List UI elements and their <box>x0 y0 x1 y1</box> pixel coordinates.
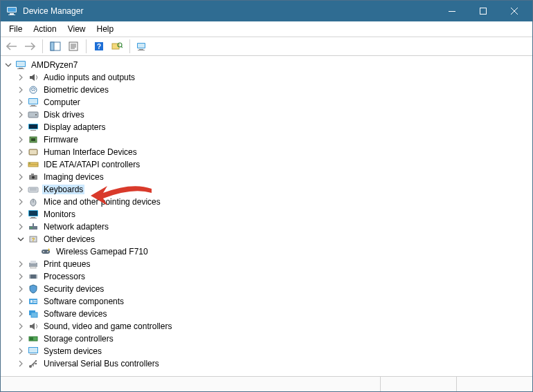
properties-button[interactable] <box>65 39 82 54</box>
tree-category[interactable]: System devices <box>16 345 532 357</box>
tree-category-label: Software devices <box>42 309 108 319</box>
chevron-right-icon[interactable] <box>16 172 26 182</box>
svg-rect-83 <box>29 348 37 353</box>
chevron-right-icon[interactable] <box>16 147 26 157</box>
tree-category-label: Network adapters <box>42 222 110 232</box>
tree-category-label: Audio inputs and outputs <box>42 73 136 82</box>
tree-category[interactable]: Network adapters <box>16 221 532 233</box>
tree-category[interactable]: Mice and other pointing devices <box>16 196 532 208</box>
tree-category-label: Software components <box>42 297 125 306</box>
status-cell <box>1 377 380 391</box>
tree-category-label: Security devices <box>42 284 105 294</box>
chevron-right-icon[interactable] <box>16 185 26 194</box>
close-button[interactable] <box>498 1 530 21</box>
status-cell <box>380 377 456 391</box>
svg-rect-3 <box>8 15 15 15</box>
tree-category[interactable]: Monitors <box>16 208 532 221</box>
tree-category[interactable]: Processors <box>16 270 532 283</box>
svg-rect-24 <box>19 68 23 68</box>
category-icon <box>27 296 39 307</box>
chevron-right-icon[interactable] <box>16 135 26 144</box>
category-icon <box>27 308 39 319</box>
tree-category[interactable]: Software components <box>16 295 532 308</box>
category-icon <box>27 122 39 133</box>
chevron-right-icon[interactable] <box>16 259 26 269</box>
window: Device Manager File Action View Help ? <box>0 0 533 392</box>
chevron-right-icon[interactable] <box>16 85 26 95</box>
tree-category-label: Mice and other pointing devices <box>42 197 162 207</box>
tree-category[interactable]: Print queues <box>16 258 532 270</box>
chevron-right-icon[interactable] <box>16 272 26 281</box>
svg-point-58 <box>31 227 33 229</box>
chevron-right-icon[interactable] <box>16 197 26 207</box>
chevron-right-icon[interactable] <box>16 359 26 368</box>
chevron-right-icon[interactable] <box>16 222 26 232</box>
tree-category[interactable]: Disk drives <box>16 109 532 121</box>
tree-root[interactable]: AMDRyzen7 <box>3 59 532 71</box>
svg-rect-74 <box>29 299 37 304</box>
svg-rect-39 <box>30 150 37 154</box>
chevron-right-icon[interactable] <box>16 73 26 82</box>
maximize-button[interactable] <box>467 1 498 21</box>
svg-rect-7 <box>51 42 54 50</box>
svg-rect-35 <box>30 130 36 131</box>
category-icon <box>27 184 39 195</box>
toolbar: ? <box>1 37 532 56</box>
scan-hardware-button[interactable] <box>109 39 125 54</box>
help-button[interactable]: ? <box>91 39 107 54</box>
svg-rect-25 <box>17 68 24 69</box>
chevron-right-icon[interactable] <box>16 346 26 356</box>
tree-category[interactable]: Human Interface Devices <box>16 146 532 158</box>
chevron-down-icon[interactable] <box>3 60 13 70</box>
chevron-right-icon[interactable] <box>16 97 26 107</box>
chevron-right-icon[interactable] <box>16 297 26 306</box>
tree-device[interactable]: Wireless Gamepad F710 <box>28 245 532 258</box>
tree-category[interactable]: Software devices <box>16 308 532 320</box>
show-hide-console-tree-button[interactable] <box>47 39 64 54</box>
tree-category[interactable]: Computer <box>16 96 532 109</box>
tree-category[interactable]: Sound, video and game controllers <box>16 320 532 333</box>
chevron-right-icon[interactable] <box>16 160 26 169</box>
tree-category-label: System devices <box>42 346 103 356</box>
menu-help[interactable]: Help <box>91 23 120 35</box>
tree-category[interactable]: Display adapters <box>16 121 532 133</box>
tree-category[interactable]: Biometric devices <box>16 84 532 96</box>
tree-category[interactable]: Universal Serial Bus controllers <box>16 357 532 370</box>
tree-category[interactable]: Security devices <box>16 283 532 295</box>
chevron-right-icon[interactable] <box>16 309 26 319</box>
chevron-right-icon[interactable] <box>16 284 26 294</box>
tree-category-label: Other devices <box>42 234 96 244</box>
chevron-right-icon[interactable] <box>16 122 26 132</box>
menu-view[interactable]: View <box>62 23 91 35</box>
svg-rect-56 <box>33 223 34 226</box>
tree-category-label: Imaging devices <box>42 172 105 182</box>
category-icon <box>27 147 39 158</box>
menu-file[interactable]: File <box>3 23 28 35</box>
svg-rect-21 <box>138 50 145 50</box>
minimize-button[interactable] <box>436 1 467 21</box>
svg-point-44 <box>32 176 35 179</box>
tree-category[interactable]: Audio inputs and outputs <box>16 71 532 84</box>
chevron-right-icon[interactable] <box>16 209 26 219</box>
chevron-down-icon[interactable] <box>16 234 26 244</box>
tree-category[interactable]: Firmware <box>16 133 532 146</box>
category-icon <box>27 333 39 344</box>
tree-category[interactable]: Imaging devices <box>16 171 532 183</box>
svg-rect-65 <box>30 261 36 263</box>
content-area: AMDRyzen7 Audio inputs and outputsBiomet… <box>1 56 532 376</box>
chevron-right-icon[interactable] <box>16 334 26 344</box>
tree-category[interactable]: Keyboards <box>16 183 532 196</box>
svg-point-57 <box>30 227 31 229</box>
devices-and-printers-button[interactable] <box>134 39 151 54</box>
category-icon <box>27 196 39 207</box>
tree-category[interactable]: ?Other devices <box>16 233 532 245</box>
forward-button <box>21 39 38 54</box>
tree-category[interactable]: Storage controllers <box>16 333 532 345</box>
category-icon <box>27 209 39 220</box>
chevron-right-icon[interactable] <box>16 110 26 120</box>
tree-category[interactable]: IDE ATA/ATAPI controllers <box>16 158 532 171</box>
chevron-right-icon[interactable] <box>16 321 26 331</box>
toolbar-separator <box>86 39 87 53</box>
menu-action[interactable]: Action <box>28 23 62 35</box>
category-icon <box>27 134 39 145</box>
